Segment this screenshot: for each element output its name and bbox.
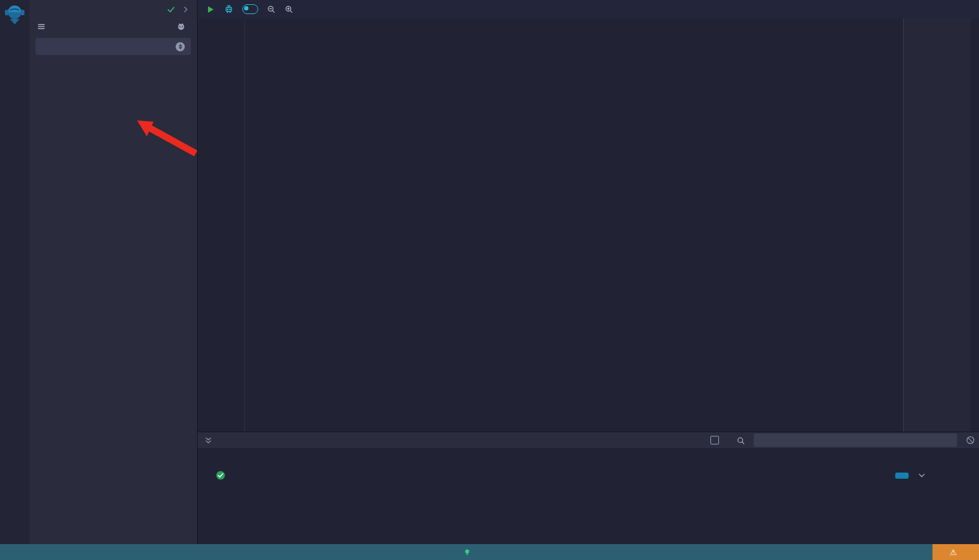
chevron-down-icon[interactable] [917, 471, 926, 480]
zoom-out-icon[interactable] [266, 4, 276, 14]
clear-console-icon[interactable] [966, 435, 975, 445]
panel-header [29, 0, 197, 18]
remix-logo-icon[interactable] [2, 2, 27, 29]
warning-icon: ⚠ [950, 548, 957, 557]
listen-all-checkbox[interactable] [710, 436, 719, 444]
ai-copilot-icon[interactable] [223, 4, 234, 15]
workspaces-row [29, 18, 197, 34]
editor-gutter [198, 20, 245, 432]
terminal[interactable] [198, 448, 979, 544]
success-check-icon [215, 470, 226, 481]
github-signin-button[interactable] [176, 21, 190, 31]
code-editor[interactable] [198, 18, 979, 432]
activity-bar [0, 0, 29, 544]
transaction-filter-input[interactable] [754, 433, 957, 447]
lightbulb-icon [463, 548, 471, 556]
minimap[interactable] [903, 18, 970, 432]
editor-toolbar [198, 0, 979, 18]
remix-ide-window: ⚠ [0, 0, 979, 560]
check-icon [166, 5, 176, 14]
chevron-right-icon[interactable] [182, 6, 190, 13]
copilot-toggle[interactable] [242, 4, 258, 14]
github-icon [176, 21, 186, 31]
terminal-toolbar [198, 432, 979, 448]
zoom-in-icon[interactable] [284, 4, 294, 14]
terminal-search-icon[interactable] [736, 436, 745, 445]
terminal-log [198, 448, 979, 454]
explorer-toolbar [29, 57, 197, 66]
did-you-know-tip [463, 548, 480, 556]
workspace-select[interactable] [35, 38, 191, 55]
main-area [198, 0, 979, 544]
file-explorer-panel [29, 0, 198, 544]
transaction-row [198, 470, 979, 481]
run-script-button[interactable] [205, 4, 215, 15]
status-bar: ⚠ [0, 544, 979, 560]
minimap-canvas [904, 18, 970, 432]
scam-alert-button[interactable]: ⚠ [932, 544, 979, 560]
menu-icon[interactable] [37, 23, 46, 31]
editor-code[interactable] [245, 20, 979, 432]
expand-terminal-icon[interactable] [204, 436, 213, 445]
workspace-sort-icon [176, 42, 185, 51]
debug-button[interactable] [895, 473, 909, 479]
